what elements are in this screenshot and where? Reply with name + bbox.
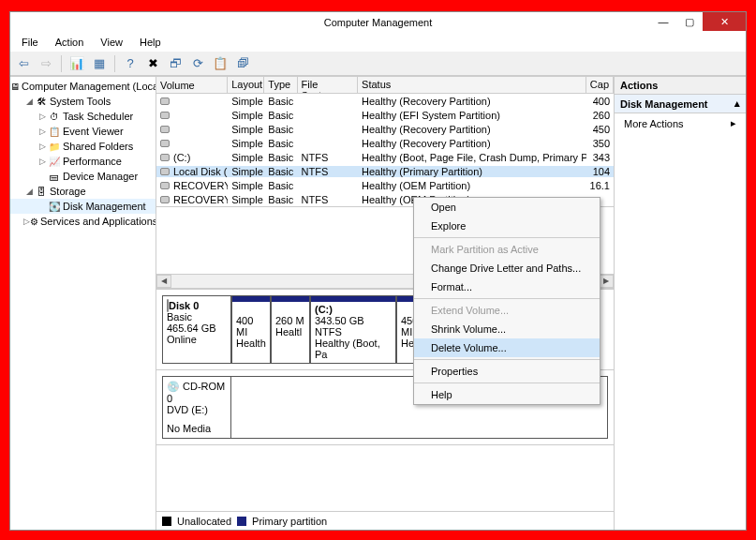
menu-view[interactable]: View bbox=[93, 35, 130, 50]
actions-disk-management[interactable]: Disk Management ▴ bbox=[615, 95, 746, 113]
tree-task-scheduler[interactable]: ▷⏱Task Scheduler bbox=[10, 109, 156, 124]
legend-unallocated-icon bbox=[162, 517, 171, 526]
refresh-icon[interactable]: ⟳ bbox=[188, 54, 207, 73]
volume-icon bbox=[160, 154, 170, 161]
table-row[interactable]: (C:)SimpleBasicNTFSHealthy (Boot, Page F… bbox=[156, 150, 614, 164]
device-icon: 🖴 bbox=[48, 172, 61, 182]
tree-event-viewer[interactable]: ▷📋Event Viewer bbox=[10, 124, 156, 139]
volume-icon bbox=[160, 168, 170, 175]
tree-disk-management[interactable]: 💽Disk Management bbox=[10, 199, 156, 214]
titlebar: Computer Management — ▢ ✕ bbox=[10, 12, 746, 33]
ctx-format[interactable]: Format... bbox=[414, 278, 600, 296]
nav-tree: 🖥Computer Management (Local ◢🛠System Too… bbox=[10, 77, 156, 530]
event-icon: 📋 bbox=[48, 127, 61, 137]
col-capacity[interactable]: Cap bbox=[586, 77, 614, 93]
tree-services[interactable]: ▷⚙Services and Applications bbox=[10, 214, 156, 229]
disk-icon[interactable]: 🗊 bbox=[233, 54, 252, 73]
clock-icon: ⏱ bbox=[48, 112, 61, 122]
volume-icon bbox=[160, 126, 170, 133]
tree-performance[interactable]: ▷📈Performance bbox=[10, 154, 156, 169]
table-row[interactable]: SimpleBasicHealthy (Recovery Partition)4… bbox=[156, 122, 614, 136]
toolbar: ⇦ ⇨ 📊 ▦ ? ✖ 🗗 ⟳ 📋 🗊 bbox=[10, 52, 746, 76]
maximize-button[interactable]: ▢ bbox=[676, 12, 703, 31]
tree-device-manager[interactable]: 🖴Device Manager bbox=[10, 169, 156, 184]
volume-icon bbox=[160, 196, 170, 203]
tools-icon: 🛠 bbox=[35, 97, 48, 107]
actions-header: Actions bbox=[615, 77, 746, 95]
menu-action[interactable]: Action bbox=[48, 35, 92, 50]
legend-primary-icon bbox=[237, 517, 246, 526]
list-icon[interactable]: 📋 bbox=[211, 54, 230, 73]
folder-icon: 📁 bbox=[48, 142, 61, 152]
services-icon: ⚙ bbox=[30, 217, 38, 227]
table-row[interactable]: RECOVERY (D:)SimpleBasicHealthy (OEM Par… bbox=[156, 178, 614, 192]
menu-help[interactable]: Help bbox=[132, 35, 169, 50]
ctx-open[interactable]: Open bbox=[414, 198, 600, 217]
disk-partition[interactable]: 260 MHealtl bbox=[271, 295, 310, 364]
delete-icon[interactable]: ✖ bbox=[143, 54, 162, 73]
table-row[interactable]: Local Disk (F:)SimpleBasicNTFSHealthy (P… bbox=[156, 164, 614, 178]
volume-icon bbox=[160, 140, 170, 147]
disk0-info[interactable]: Disk 0 Basic 465.64 GB Online bbox=[162, 295, 231, 364]
col-layout[interactable]: Layout bbox=[228, 77, 264, 93]
ctx-mark-active: Mark Partition as Active bbox=[414, 240, 600, 259]
app-window: Computer Management — ▢ ✕ File Action Vi… bbox=[9, 11, 747, 531]
forward-button[interactable]: ⇨ bbox=[37, 54, 55, 73]
tree-system-tools[interactable]: ◢🛠System Tools bbox=[10, 94, 156, 109]
settings-icon[interactable]: 🗗 bbox=[166, 54, 185, 73]
computer-icon: 🖥 bbox=[10, 82, 20, 92]
volume-icon bbox=[160, 182, 170, 189]
help-icon[interactable]: ? bbox=[121, 54, 140, 73]
col-type[interactable]: Type bbox=[264, 77, 297, 93]
ctx-change-drive-letter[interactable]: Change Drive Letter and Paths... bbox=[414, 259, 600, 278]
disk-mgmt-icon: 💽 bbox=[48, 202, 61, 212]
table-row[interactable]: SimpleBasicHealthy (Recovery Partition)3… bbox=[156, 136, 614, 150]
volume-list-header: Volume Layout Type File System Status Ca… bbox=[156, 77, 614, 94]
actions-pane: Actions Disk Management ▴ More Actions ▸ bbox=[615, 77, 746, 530]
col-status[interactable]: Status bbox=[358, 77, 586, 93]
close-button[interactable]: ✕ bbox=[703, 12, 746, 31]
properties-icon[interactable]: ▦ bbox=[90, 54, 109, 73]
legend: Unallocated Primary partition bbox=[156, 511, 614, 530]
menu-file[interactable]: File bbox=[14, 35, 46, 50]
tree-shared-folders[interactable]: ▷📁Shared Folders bbox=[10, 139, 156, 154]
context-menu: Open Explore Mark Partition as Active Ch… bbox=[413, 197, 600, 405]
tree-root[interactable]: 🖥Computer Management (Local bbox=[10, 79, 156, 94]
cdrom-info[interactable]: 💿 CD-ROM 0 DVD (E:) No Media bbox=[162, 376, 231, 439]
collapse-icon: ▴ bbox=[734, 98, 740, 110]
chevron-right-icon: ▸ bbox=[731, 117, 736, 129]
disk-partition[interactable]: (C:)343.50 GB NTFSHealthy (Boot, Pa bbox=[310, 295, 396, 364]
scroll-right-icon[interactable]: ▶ bbox=[599, 275, 614, 288]
col-filesystem[interactable]: File System bbox=[298, 77, 358, 93]
ctx-extend-volume: Extend Volume... bbox=[414, 301, 600, 320]
actions-more[interactable]: More Actions ▸ bbox=[615, 113, 746, 133]
table-row[interactable]: SimpleBasicHealthy (Recovery Partition)4… bbox=[156, 94, 614, 108]
perf-icon: 📈 bbox=[48, 157, 61, 167]
menubar: File Action View Help bbox=[10, 33, 746, 52]
ctx-help[interactable]: Help bbox=[414, 385, 600, 404]
minimize-button[interactable]: — bbox=[650, 12, 676, 31]
ctx-properties[interactable]: Properties bbox=[414, 362, 600, 381]
col-volume[interactable]: Volume bbox=[156, 77, 228, 93]
storage-icon: 🗄 bbox=[35, 187, 48, 197]
scroll-left-icon[interactable]: ◀ bbox=[156, 275, 171, 288]
ctx-shrink-volume[interactable]: Shrink Volume... bbox=[414, 320, 600, 338]
volume-icon bbox=[160, 98, 170, 105]
cd-icon: 💿 bbox=[167, 381, 180, 392]
tree-storage[interactable]: ◢🗄Storage bbox=[10, 184, 156, 199]
back-button[interactable]: ⇦ bbox=[14, 54, 33, 73]
volume-list: SimpleBasicHealthy (Recovery Partition)4… bbox=[156, 94, 614, 206]
up-icon[interactable]: 📊 bbox=[67, 54, 86, 73]
disk-partition[interactable]: 400 MIHealth bbox=[231, 295, 271, 364]
volume-icon bbox=[160, 112, 170, 119]
table-row[interactable]: SimpleBasicHealthy (EFI System Partition… bbox=[156, 108, 614, 122]
ctx-delete-volume[interactable]: Delete Volume... bbox=[414, 338, 600, 357]
window-title: Computer Management bbox=[324, 17, 433, 28]
ctx-explore[interactable]: Explore bbox=[414, 217, 600, 235]
